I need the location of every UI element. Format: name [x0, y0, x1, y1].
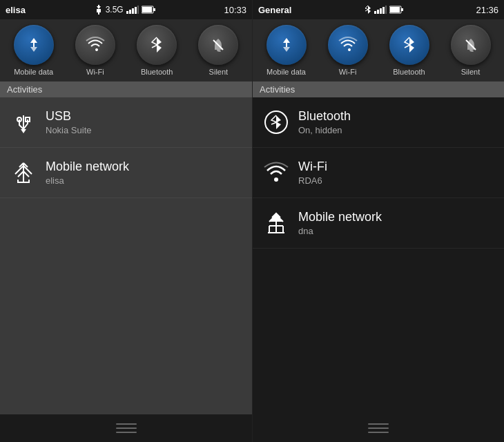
svg-rect-14: [382, 7, 385, 14]
activity-usb-left[interactable]: USB Nokia Suite: [0, 97, 252, 148]
toggle-mobile-data-left[interactable]: Mobile data: [14, 25, 54, 76]
bottom-bar-left: [0, 414, 252, 442]
silent-icon-left: [208, 35, 229, 55]
toggle-label-mobile-data-right: Mobile data: [266, 68, 306, 76]
toggle-wifi-right[interactable]: Wi-Fi: [328, 25, 368, 76]
activity-mobile-net-text-left: Mobile network elisa: [46, 160, 129, 186]
activity-bluetooth-sub-right: On, hidden: [298, 125, 351, 135]
svg-rect-6: [153, 8, 155, 11]
activity-bluetooth-title-right: Bluetooth: [298, 109, 351, 124]
activity-mobile-net-text-right: Mobile network dna: [298, 210, 382, 236]
activity-mobile-net-title-left: Mobile network: [46, 160, 129, 174]
battery-icon-left: [142, 6, 155, 14]
bt-status-icon-right: [365, 5, 371, 15]
bottom-lines-left: [116, 423, 137, 433]
bluetooth-activity-icon-right: [261, 107, 291, 137]
svg-rect-11: [374, 11, 376, 14]
activities-header-left: Activities: [0, 81, 252, 97]
toggle-circle-mobile-data-right: [266, 25, 307, 65]
toggle-label-mobile-data-left: Mobile data: [14, 68, 53, 76]
svg-rect-2: [132, 8, 134, 14]
toggle-bluetooth-left[interactable]: Bluetooth: [137, 25, 177, 76]
toggle-silent-left[interactable]: Silent: [198, 25, 238, 76]
battery-icon-right: [389, 6, 403, 14]
status-bar-right: General 21:36: [253, 0, 504, 19]
toggle-label-silent-right: Silent: [461, 68, 481, 76]
svg-rect-13: [380, 8, 382, 14]
activity-usb-text-left: USB Nokia Suite: [46, 109, 91, 135]
svg-rect-18: [390, 7, 400, 12]
carrier-left: elisa: [6, 5, 26, 15]
activity-wifi-right[interactable]: Wi-Fi RDA6: [253, 148, 504, 198]
right-panel: General 21:36: [252, 0, 504, 442]
usb-status-icon: [95, 5, 103, 15]
activity-mobile-net-right[interactable]: Mobile network dna: [253, 198, 504, 249]
activity-mobile-net-left[interactable]: Mobile network elisa: [0, 148, 252, 198]
usb-icon-left: [8, 107, 39, 137]
wifi-activity-icon-right: [261, 157, 291, 188]
signal-icon-left: [126, 6, 139, 14]
quick-toggles-left: Mobile data Wi-Fi Bluetooth: [0, 19, 252, 81]
svg-rect-1: [129, 10, 131, 14]
status-center-left: 3.5G: [95, 5, 155, 15]
activities-list-right: Bluetooth On, hidden Wi-Fi RDA6: [253, 97, 504, 414]
activity-bluetooth-right[interactable]: Bluetooth On, hidden: [253, 97, 504, 148]
activity-wifi-sub-right: RDA6: [298, 175, 327, 186]
toggle-circle-mobile-data-left: [14, 25, 54, 65]
time-right: 21:36: [476, 5, 498, 15]
toggle-label-wifi-left: Wi-Fi: [86, 68, 104, 76]
wifi-icon-right: [338, 35, 358, 55]
activities-header-right: Activities: [253, 81, 504, 97]
svg-rect-17: [401, 8, 403, 11]
left-panel: elisa 3.5G 10:33: [0, 0, 252, 442]
svg-rect-12: [377, 10, 379, 14]
toggle-wifi-left[interactable]: Wi-Fi: [75, 25, 115, 76]
bottom-lines-right: [368, 423, 389, 433]
bluetooth-icon-left: [146, 35, 167, 55]
svg-rect-0: [126, 11, 128, 14]
toggle-bluetooth-right[interactable]: Bluetooth: [389, 25, 429, 76]
svg-rect-4: [137, 6, 139, 14]
svg-rect-7: [142, 7, 152, 12]
toggle-circle-bluetooth-right: [389, 25, 429, 65]
svg-point-21: [274, 177, 278, 182]
mobile-data-icon-right: [276, 35, 297, 55]
svg-rect-15: [385, 6, 387, 14]
toggle-label-bluetooth-right: Bluetooth: [393, 68, 425, 76]
activity-bluetooth-text-right: Bluetooth On, hidden: [298, 109, 351, 135]
activity-mobile-net-sub-right: dna: [298, 226, 382, 236]
toggle-circle-silent-left: [198, 25, 238, 65]
activity-mobile-net-title-right: Mobile network: [298, 210, 382, 224]
activity-wifi-text-right: Wi-Fi RDA6: [298, 160, 327, 186]
status-center-right: [365, 5, 403, 15]
mobile-data-icon-left: [23, 35, 44, 55]
silent-icon-right: [461, 35, 481, 55]
toggle-mobile-data-right[interactable]: Mobile data: [266, 25, 307, 76]
toggle-label-wifi-right: Wi-Fi: [339, 68, 357, 76]
carrier-right: General: [258, 5, 291, 15]
bluetooth-icon-right: [399, 35, 420, 55]
activity-wifi-title-right: Wi-Fi: [298, 160, 327, 174]
toggle-circle-bluetooth-left: [137, 25, 177, 65]
time-left: 10:33: [224, 5, 246, 15]
toggle-label-silent-left: Silent: [209, 68, 229, 76]
toggle-circle-silent-right: [451, 25, 491, 65]
bottom-bar-right: [253, 414, 504, 442]
toggle-circle-wifi-left: [75, 25, 115, 65]
activities-list-left: USB Nokia Suite Mobile network elisa: [0, 97, 252, 414]
mobile-network-icon-right: [261, 208, 291, 238]
signal-icon-right: [374, 6, 387, 14]
quick-toggles-right: Mobile data Wi-Fi Bluetooth: [253, 19, 504, 81]
activity-usb-sub-left: Nokia Suite: [46, 125, 91, 135]
svg-rect-3: [135, 7, 137, 14]
activity-usb-title-left: USB: [46, 109, 91, 124]
status-bar-left: elisa 3.5G 10:33: [0, 0, 252, 19]
toggle-silent-right[interactable]: Silent: [451, 25, 491, 76]
network-type-left: 3.5G: [106, 5, 124, 15]
toggle-circle-wifi-right: [328, 25, 368, 65]
toggle-label-bluetooth-left: Bluetooth: [141, 68, 173, 76]
mobile-network-icon-left: [8, 157, 39, 188]
wifi-icon-left: [85, 35, 106, 55]
activity-mobile-net-sub-left: elisa: [46, 175, 129, 186]
